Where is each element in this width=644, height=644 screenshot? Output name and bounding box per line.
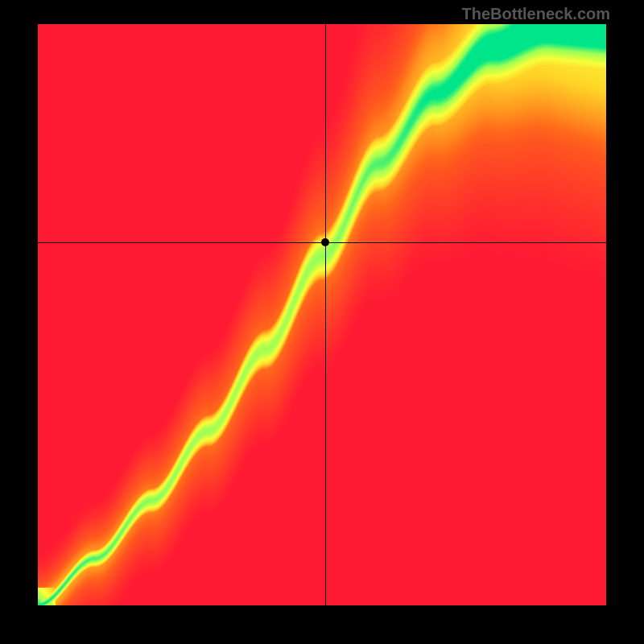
heatmap-canvas bbox=[38, 24, 606, 605]
chart-container: TheBottleneck.com bbox=[0, 0, 644, 644]
marker-dot bbox=[321, 238, 329, 246]
crosshair-vertical bbox=[325, 24, 326, 605]
watermark-text: TheBottleneck.com bbox=[462, 5, 610, 23]
